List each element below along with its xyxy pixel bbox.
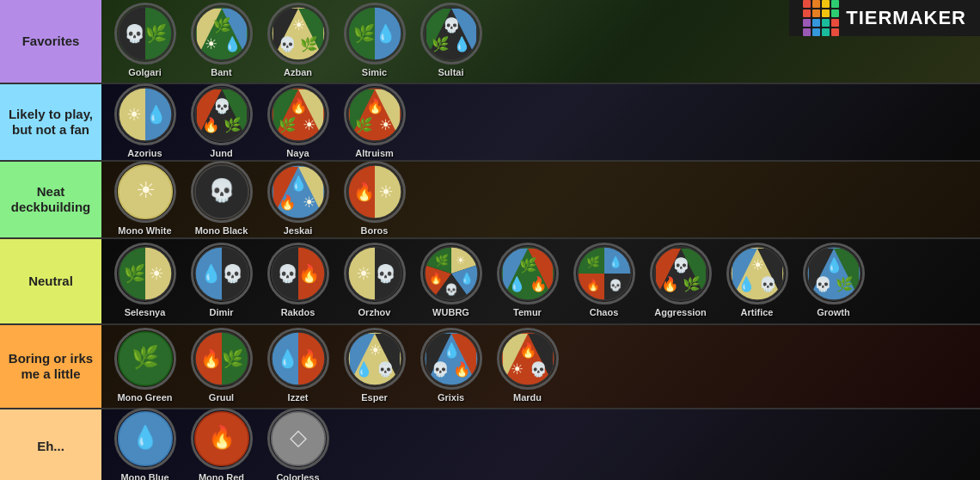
card-icon-bant: 🌿 ☀ 💧 xyxy=(191,3,253,65)
tier-items-wrapper-neat: ☀ Mono White 💀 Mono Black 💧 🔥 ☀ Jeskai xyxy=(101,162,980,237)
card-monored[interactable]: 🔥 Mono Red xyxy=(185,408,258,481)
tier-items-favorites: 💀 🌿 Golgari 🌿 ☀ 💧 Bant xyxy=(101,0,494,85)
svg-text:💧: 💧 xyxy=(824,256,842,274)
card-selesnya[interactable]: 🌿 ☀ Selesnya xyxy=(108,243,181,321)
card-naya[interactable]: 🔥 🌿 ☀ Naya xyxy=(261,83,334,162)
card-izzet[interactable]: 💧 🔥 Izzet xyxy=(261,328,334,406)
tier-label-favorites: Favorites xyxy=(0,0,101,83)
card-growth[interactable]: 💧 💀 🌿 Growth xyxy=(797,243,870,321)
card-monoblue[interactable]: 💧 Mono Blue xyxy=(108,408,181,481)
svg-text:☀: ☀ xyxy=(510,361,523,377)
card-azban[interactable]: ☀ 💀 🌿 Azban xyxy=(261,3,334,81)
card-icon-chaos: 💧💀🔥🌿 xyxy=(573,243,635,305)
card-label-chaos: Chaos xyxy=(590,307,619,317)
card-mardu[interactable]: 🔥 ☀ 💀 Mardu xyxy=(491,328,564,406)
card-icon-azban: ☀ 💀 🌿 xyxy=(267,3,329,65)
card-monowhite[interactable]: ☀ Mono White xyxy=(108,161,181,239)
card-monogreen[interactable]: 🌿 Mono Green xyxy=(108,328,181,406)
card-orzhov[interactable]: ☀ 💀 Orzhov xyxy=(338,243,411,321)
svg-text:🌿: 🌿 xyxy=(352,23,375,44)
svg-text:🌿: 🌿 xyxy=(224,116,242,134)
svg-text:🔥: 🔥 xyxy=(585,278,600,292)
svg-text:🔥: 🔥 xyxy=(289,97,307,115)
card-colorless[interactable]: ◇ Colorless xyxy=(261,408,334,481)
svg-text:🔥: 🔥 xyxy=(199,348,222,369)
svg-text:☀: ☀ xyxy=(379,117,392,132)
card-icon-wubrg: ☀💧💀🔥🌿 xyxy=(420,243,482,305)
card-label-grixis: Grixis xyxy=(438,392,464,403)
card-aggression[interactable]: 💀 🔥 🌿 Aggression xyxy=(644,243,717,321)
svg-text:🌿: 🌿 xyxy=(300,35,318,53)
logo-cell xyxy=(822,9,830,17)
logo-cell xyxy=(831,19,839,27)
svg-text:💧: 💧 xyxy=(224,35,242,53)
card-jeskai[interactable]: 💧 🔥 ☀ Jeskai xyxy=(261,161,334,239)
tier-items-eh: 💧 Mono Blue 🔥 Mono Red ◇ Colorless xyxy=(101,403,341,481)
card-label-rakdos: Rakdos xyxy=(281,307,315,317)
svg-text:💧: 💧 xyxy=(276,348,298,369)
svg-text:💧: 💧 xyxy=(199,263,222,284)
card-label-aggression: Aggression xyxy=(654,307,707,317)
logo-cell xyxy=(831,0,839,8)
svg-text:☀: ☀ xyxy=(204,36,217,52)
svg-text:💧: 💧 xyxy=(442,342,460,360)
tier-items-boring: 🌿 Mono Green 🔥 🌿 Gruul 💧 🔥 Izzet xyxy=(101,323,571,410)
svg-text:☀: ☀ xyxy=(135,178,155,202)
card-icon-simic: 🌿 💧 xyxy=(344,3,406,65)
svg-text:💀: 💀 xyxy=(375,263,397,284)
tier-container: Favorites 💀 🌿 Golgari 🌿 ☀ 💧 Bant xyxy=(0,0,980,480)
svg-text:💀: 💀 xyxy=(813,275,831,293)
svg-text:🔥: 🔥 xyxy=(201,116,219,134)
card-icon-monogreen: 🌿 xyxy=(114,328,176,390)
svg-text:💀: 💀 xyxy=(377,360,395,378)
logo-cell xyxy=(812,19,820,27)
card-boros[interactable]: 🔥 ☀ Boros xyxy=(338,161,411,239)
card-esper[interactable]: ☀ 💧 💀 Esper xyxy=(338,328,411,406)
card-temur[interactable]: 🌿 💧 🔥 Temur xyxy=(491,243,564,321)
card-artifice[interactable]: ☀ 💧 💀 Artifice xyxy=(720,243,793,321)
svg-text:💧: 💧 xyxy=(609,255,623,269)
card-label-wubrg: WUBRG xyxy=(432,307,469,317)
card-monoblack[interactable]: 💀 Mono Black xyxy=(185,161,258,239)
card-icon-altruism: 🔥 🌿 ☀ xyxy=(344,83,406,145)
card-label-esper: Esper xyxy=(361,392,388,403)
card-icon-monored: 🔥 xyxy=(191,408,253,470)
card-wubrg[interactable]: ☀💧💀🔥🌿 WUBRG xyxy=(414,243,487,321)
svg-text:💀: 💀 xyxy=(123,23,145,44)
svg-text:🔥: 🔥 xyxy=(298,348,321,369)
logo-cell xyxy=(812,28,820,36)
card-azorius[interactable]: ☀ 💧 Azorius xyxy=(108,83,181,162)
card-altruism[interactable]: 🔥 🌿 ☀ Altruism xyxy=(338,83,411,162)
svg-text:☀: ☀ xyxy=(750,257,763,273)
svg-text:💧: 💧 xyxy=(459,272,474,286)
svg-text:☀: ☀ xyxy=(303,117,315,132)
svg-text:💧: 💧 xyxy=(354,360,372,378)
card-icon-rakdos: 💀 🔥 xyxy=(267,243,329,305)
card-dimir[interactable]: 💧 💀 Dimir xyxy=(185,243,258,321)
card-simic[interactable]: 🌿 💧 Simic xyxy=(338,3,411,81)
card-rakdos[interactable]: 💀 🔥 Rakdos xyxy=(261,243,334,321)
card-gruul[interactable]: 🔥 🌿 Gruul xyxy=(185,328,258,406)
card-bant[interactable]: 🌿 ☀ 💧 Bant xyxy=(185,3,258,81)
card-icon-temur: 🌿 💧 🔥 xyxy=(497,243,559,305)
svg-text:☀: ☀ xyxy=(291,17,304,33)
svg-text:💀: 💀 xyxy=(208,177,236,204)
card-grixis[interactable]: 💧 💀 🔥 Grixis xyxy=(414,328,487,406)
card-label-monogreen: Mono Green xyxy=(117,392,172,403)
card-chaos[interactable]: 💧💀🔥🌿 Chaos xyxy=(567,243,640,321)
svg-text:🔥: 🔥 xyxy=(208,424,236,451)
tier-items-wrapper-boring: 🌿 Mono Green 🔥 🌿 Gruul 💧 🔥 Izzet xyxy=(101,325,980,408)
card-jund[interactable]: 💀 🔥 🌿 Jund xyxy=(185,83,258,162)
card-sultai[interactable]: 💀 🌿 💧 Sultai xyxy=(414,3,487,81)
tier-items-wrapper-likely: ☀ 💧 Azorius 💀 🔥 🌿 Jund xyxy=(101,84,980,160)
card-icon-naya: 🔥 🌿 ☀ xyxy=(267,83,329,145)
svg-text:🔥: 🔥 xyxy=(352,182,375,202)
card-icon-jeskai: 💧 🔥 ☀ xyxy=(267,161,329,223)
svg-text:☀: ☀ xyxy=(126,105,142,124)
tier-label-boring: Boring or irks me a little xyxy=(0,325,101,408)
card-icon-aggression: 💀 🔥 🌿 xyxy=(650,243,712,305)
card-label-growth: Growth xyxy=(817,307,850,317)
card-golgari[interactable]: 💀 🌿 Golgari xyxy=(108,3,181,81)
svg-text:💧: 💧 xyxy=(507,275,525,293)
card-label-monoblack: Mono Black xyxy=(195,225,248,236)
